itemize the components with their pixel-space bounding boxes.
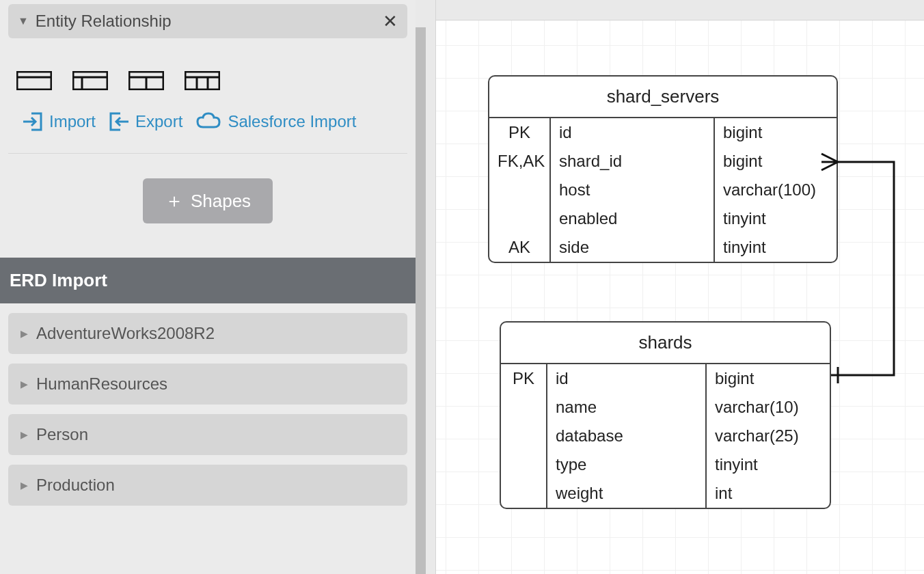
erd-item[interactable]: ▶ HumanResources [8, 364, 407, 405]
section-title: Entity Relationship [36, 12, 383, 31]
export-button[interactable]: Export [108, 111, 182, 133]
svg-rect-8 [185, 72, 219, 90]
entity-shards[interactable]: shards PK id bigint name varchar(10) dat… [500, 321, 831, 509]
key-cell [489, 176, 551, 204]
key-cell: AK [489, 233, 551, 262]
entity-row: PK id bigint [501, 364, 830, 393]
export-icon [108, 111, 130, 133]
collapse-icon: ▼ [18, 15, 29, 27]
expand-icon: ▶ [21, 328, 28, 339]
relationship-connector[interactable] [819, 150, 914, 390]
type-cell: tinyint [707, 450, 830, 479]
erd-shape-2col-center[interactable] [128, 71, 164, 90]
entity-row: PK id bigint [489, 118, 837, 147]
erd-item-label: Person [36, 425, 88, 444]
type-cell: int [707, 479, 830, 508]
erd-item[interactable]: ▶ Production [8, 465, 407, 506]
name-cell: id [551, 118, 715, 147]
entity-row: type tinyint [501, 450, 830, 479]
entity-row: database varchar(25) [501, 422, 830, 450]
shape-thumbnails [0, 44, 416, 102]
expand-icon: ▶ [21, 379, 28, 390]
entity-row: host varchar(100) [489, 176, 837, 204]
type-cell: bigint [715, 118, 837, 147]
import-button[interactable]: Import [22, 111, 96, 133]
erd-shape-2col-left[interactable] [72, 71, 108, 90]
erd-item-label: Production [36, 476, 115, 495]
key-cell: FK,AK [489, 147, 551, 176]
key-cell [501, 479, 547, 508]
key-cell [501, 450, 547, 479]
erd-import-list: ▶ AdventureWorks2008R2 ▶ HumanResources … [0, 303, 416, 515]
name-cell: host [551, 176, 715, 204]
add-shapes-button[interactable]: ＋ Shapes [143, 178, 273, 223]
import-icon [22, 111, 44, 133]
expand-icon: ▶ [21, 429, 28, 440]
name-cell: id [547, 364, 707, 393]
type-cell: varchar(10) [707, 393, 830, 422]
shapes-section-header[interactable]: ▼ Entity Relationship ✕ [8, 4, 407, 38]
key-cell [489, 204, 551, 233]
erd-shape-3col[interactable] [185, 71, 220, 90]
canvas-scrollbar[interactable] [416, 27, 426, 574]
erd-actions: Import Export Salesforce Import [8, 102, 407, 154]
type-cell: bigint [707, 364, 830, 393]
name-cell: side [551, 233, 715, 262]
entity-row: FK,AK shard_id bigint [489, 147, 837, 176]
salesforce-import-button[interactable]: Salesforce Import [195, 112, 356, 131]
name-cell: database [547, 422, 707, 450]
entity-row: weight int [501, 479, 830, 508]
name-cell: name [547, 393, 707, 422]
key-cell [501, 422, 547, 450]
erd-item[interactable]: ▶ Person [8, 414, 407, 455]
entity-row: AK side tinyint [489, 233, 837, 262]
diagram-layer: shard_servers PK id bigint FK,AK shard_i… [436, 0, 924, 574]
name-cell: enabled [551, 204, 715, 233]
cloud-icon [195, 112, 222, 131]
import-label: Import [49, 112, 96, 131]
erd-import-header: ERD Import [0, 258, 416, 303]
entity-title: shards [501, 323, 830, 364]
type-cell: varchar(25) [707, 422, 830, 450]
shapes-panel: ▼ Entity Relationship ✕ Import Export Sa… [0, 0, 416, 574]
shapes-button-label: Shapes [191, 191, 251, 212]
entity-title: shard_servers [489, 77, 837, 118]
salesforce-label: Salesforce Import [228, 112, 356, 131]
erd-item-label: HumanResources [36, 374, 167, 394]
svg-rect-2 [73, 72, 107, 90]
key-cell [501, 393, 547, 422]
name-cell: shard_id [551, 147, 715, 176]
entity-row: enabled tinyint [489, 204, 837, 233]
erd-shape-1col[interactable] [16, 71, 52, 90]
svg-rect-0 [17, 72, 51, 90]
plus-icon: ＋ [165, 188, 184, 214]
erd-item[interactable]: ▶ AdventureWorks2008R2 [8, 313, 407, 354]
canvas[interactable]: 4 5 6 shard_servers PK id bigint FK,AK s… [416, 0, 924, 574]
name-cell: weight [547, 479, 707, 508]
erd-item-label: AdventureWorks2008R2 [36, 324, 215, 343]
expand-icon: ▶ [21, 480, 28, 491]
name-cell: type [547, 450, 707, 479]
close-icon[interactable]: ✕ [383, 11, 398, 32]
entity-row: name varchar(10) [501, 393, 830, 422]
key-cell: PK [489, 118, 551, 147]
export-label: Export [135, 112, 182, 131]
entity-shard-servers[interactable]: shard_servers PK id bigint FK,AK shard_i… [488, 75, 838, 263]
key-cell: PK [501, 364, 547, 393]
